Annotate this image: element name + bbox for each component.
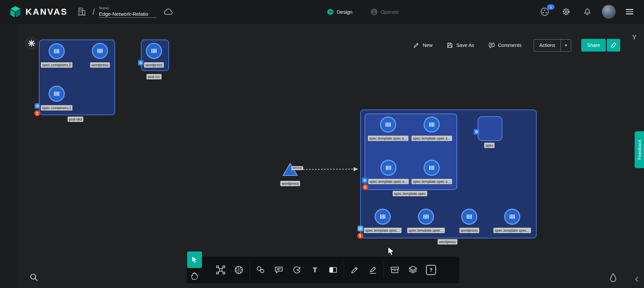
pencil-tool[interactable] [346, 257, 364, 283]
drawer-tool[interactable] [386, 257, 404, 283]
organization-icon[interactable] [76, 7, 87, 17]
comments-button[interactable]: Comments [486, 42, 524, 49]
issue-count-badge[interactable]: 2 [34, 110, 40, 116]
spec-node[interactable] [478, 116, 502, 141]
magnifier-icon [29, 273, 39, 282]
actions-button[interactable]: Actions ▾ [534, 39, 572, 52]
node-label: wordpress [144, 62, 164, 68]
relationship-tool[interactable] [212, 257, 230, 283]
theme-ink-button[interactable] [607, 272, 620, 282]
service-chip: service [291, 166, 303, 170]
share-group: Share [581, 39, 620, 52]
container-node[interactable] [49, 43, 65, 59]
service-deployment-edge[interactable] [300, 169, 354, 169]
shapes-icon [256, 265, 266, 275]
container-icon [384, 120, 392, 129]
kubernetes-resource-icon[interactable] [358, 226, 363, 231]
node-label: wordpress [460, 228, 479, 233]
kubernetes-tool[interactable] [230, 257, 248, 283]
pen-tool[interactable] [364, 257, 382, 283]
dock-group-draw [346, 257, 382, 283]
save-icon [446, 42, 453, 49]
container-node[interactable] [375, 209, 391, 225]
kubernetes-resource-icon[interactable] [138, 60, 144, 66]
layers-icon [408, 265, 418, 275]
feedback-tab[interactable]: Feedback [635, 131, 644, 168]
sticker-icon [292, 265, 302, 275]
text-tool[interactable]: T [306, 257, 324, 283]
container-node[interactable] [92, 43, 108, 59]
droplet-icon [609, 273, 618, 282]
provider-button[interactable]: 1 [538, 7, 551, 17]
top-header: KANVAS / Name [0, 0, 644, 24]
collapse-panel-button[interactable] [631, 275, 643, 284]
group-spec-template-spec[interactable] [365, 114, 457, 190]
link-icon [610, 42, 617, 49]
cloud-sync-icon[interactable] [163, 7, 173, 16]
design-name-input[interactable] [99, 10, 157, 18]
sticker-tool[interactable] [288, 257, 306, 283]
group-label: pod-rcc [147, 74, 162, 79]
avatar-image [602, 5, 616, 19]
pan-tool-button[interactable] [187, 269, 202, 283]
dock-divider [384, 261, 384, 279]
tab-operate[interactable]: Operate [369, 8, 401, 16]
settings-button[interactable] [559, 7, 573, 17]
kubernetes-resource-icon[interactable] [474, 129, 479, 135]
kanvas-logo[interactable]: KANVAS [9, 5, 68, 18]
logo-text: KANVAS [25, 7, 68, 17]
kubernetes-resource-icon[interactable] [362, 177, 368, 183]
select-tool-button[interactable] [187, 251, 202, 268]
container-node[interactable] [504, 209, 520, 225]
actions-label: Actions [534, 40, 561, 51]
pencil-draw-icon [350, 265, 360, 275]
container-node[interactable] [49, 86, 65, 102]
kubernetes-resource-icon[interactable] [35, 103, 40, 109]
help-tool[interactable]: ? [422, 257, 440, 283]
shapes-tool[interactable] [252, 257, 270, 283]
share-label: Share [587, 43, 600, 48]
container-node[interactable] [380, 117, 396, 133]
dock-divider [344, 261, 344, 279]
group-label: spec.template.spec [393, 191, 427, 196]
design-name-label: Name [99, 6, 157, 10]
container-node[interactable] [461, 209, 477, 225]
menu-icon [626, 9, 633, 10]
frame-tool[interactable] [324, 257, 342, 283]
container-node[interactable] [418, 209, 434, 225]
comment-tool[interactable] [270, 257, 288, 283]
container-icon [96, 47, 104, 55]
design-icon [327, 8, 334, 15]
container-icon [508, 212, 517, 221]
user-avatar[interactable] [602, 5, 616, 19]
container-node[interactable] [424, 160, 440, 176]
container-node[interactable] [146, 43, 162, 59]
copy-link-button[interactable] [607, 39, 620, 52]
comment-icon [488, 42, 495, 49]
container-icon [427, 120, 436, 129]
new-button[interactable]: New [411, 42, 434, 49]
breadcrumb-separator: / [93, 7, 95, 17]
container-node[interactable] [380, 160, 396, 176]
container-node[interactable] [424, 117, 440, 133]
chevron-down-icon[interactable]: ▾ [561, 40, 571, 51]
tab-operate-label: Operate [381, 9, 399, 15]
node-label: spec.template.spec... [407, 228, 445, 233]
tab-design[interactable]: Design [325, 8, 355, 16]
issue-count-badge[interactable]: 5 [362, 184, 368, 190]
layers-tool[interactable] [404, 257, 422, 283]
container-icon [422, 212, 430, 221]
design-name-block: Name [99, 6, 157, 18]
kanvas-app: KANVAS / Name [0, 0, 644, 288]
header-right-icons: 1 [538, 5, 635, 19]
container-icon [378, 212, 387, 221]
zoom-button[interactable] [27, 272, 41, 282]
collapse-group-button[interactable] [25, 37, 38, 50]
node-label: spec.containers.1 [41, 105, 72, 111]
notifications-button[interactable] [581, 7, 594, 17]
issue-count-badge[interactable]: 5 [357, 233, 363, 239]
node-label: spec.template.spec.s... [412, 136, 452, 141]
menu-button[interactable] [624, 9, 635, 14]
save-as-button[interactable]: Save As [444, 42, 476, 49]
share-button[interactable]: Share [581, 39, 606, 52]
